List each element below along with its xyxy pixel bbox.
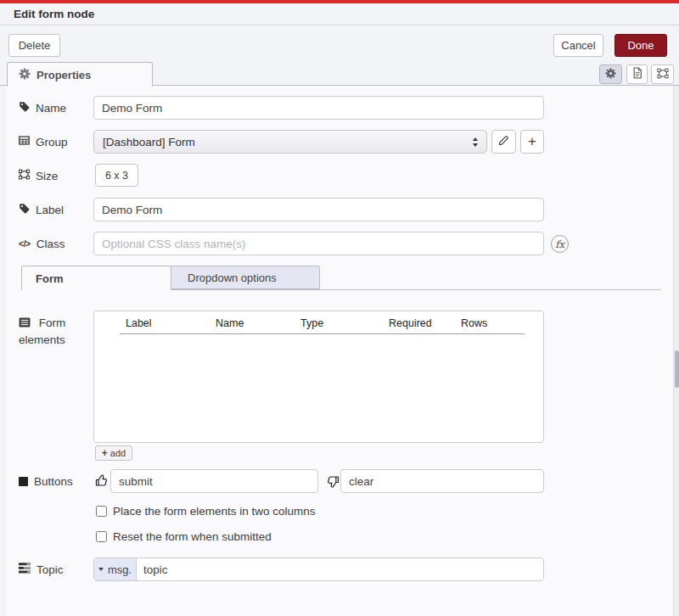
gear-icon [605,67,616,82]
form-elements-list[interactable]: Label Name Type Required Rows [93,311,544,443]
object-group-icon [19,169,30,182]
edit-group-button[interactable] [491,130,516,154]
name-field-label: Name [19,96,66,120]
topic-typed-input: msg. [93,557,544,581]
plus-icon: + [102,448,108,458]
description-tab-button[interactable] [626,64,648,84]
header-rule [120,333,525,334]
select-arrows-icon [473,137,478,147]
column-header-rows: Rows [461,317,487,329]
square-icon [19,477,28,486]
tab-form[interactable]: Form [21,266,171,290]
tasks-icon [19,563,31,576]
editor-tab-bar: Properties [0,60,679,86]
properties-tab-button[interactable] [599,64,622,84]
scrollbar-thumb[interactable] [675,350,679,388]
expression-fx-button[interactable]: fx [551,235,569,253]
appearance-tab-button[interactable] [651,64,674,84]
group-select-value: [Dashboard] Form [103,136,473,148]
caret-down-icon [98,568,104,571]
class-input[interactable] [93,232,544,255]
tab-properties-label: Properties [36,69,91,81]
group-field-label: Group [19,130,68,154]
plus-icon: + [528,133,536,150]
done-button[interactable]: Done [614,34,667,57]
column-header-label: Label [126,317,152,329]
tab-properties[interactable]: Properties [7,62,153,87]
topic-value-input[interactable] [137,558,543,580]
form-elements-label: Form elements [19,315,85,348]
gear-icon [19,68,31,82]
column-header-required: Required [389,317,432,329]
scrollbar-track[interactable] [673,86,679,616]
delete-button[interactable]: Delete [8,34,60,57]
group-select[interactable]: [Dashboard] Form [93,130,487,154]
object-group-icon [657,67,669,82]
topic-field-label: Topic [19,557,64,581]
column-header-type: Type [300,317,323,329]
topic-type-label: msg. [108,563,132,576]
properties-panel: Name Group [Dashboard] Form + Size 6 x 3… [6,86,673,616]
size-button[interactable]: 6 x 3 [95,164,138,187]
two-columns-checkbox[interactable] [96,506,107,517]
tag-icon [19,101,30,115]
name-input[interactable] [93,96,544,120]
reset-form-option: Reset the form when submitted [96,530,272,543]
tag-icon [19,203,30,216]
thumbs-down-icon [326,475,340,489]
clear-button-text-input[interactable] [340,469,544,493]
dialog-title: Edit form node [0,3,679,25]
list-alt-icon [19,317,34,330]
two-columns-option: Place the form elements in two columns [96,505,316,518]
label-input[interactable] [93,198,544,221]
add-group-button[interactable]: + [520,130,544,154]
document-icon [632,67,643,82]
add-element-button[interactable]: + add [95,445,132,461]
table-icon [19,135,30,148]
submit-button-text-input[interactable] [110,469,318,493]
thumbs-up-icon [95,473,109,487]
topic-type-selector[interactable]: msg. [94,558,137,580]
buttons-field-label: Buttons [19,469,73,493]
reset-form-label: Reset the form when submitted [113,530,272,543]
column-header-name: Name [216,317,244,329]
class-field-label: </> Class [19,232,65,255]
label-field-label: Label [19,198,64,221]
two-columns-label: Place the form elements in two columns [113,505,316,518]
dialog-toolbar: Delete Cancel Done [0,26,679,61]
cancel-button[interactable]: Cancel [553,34,603,57]
reset-form-checkbox[interactable] [96,531,107,542]
code-icon: </> [19,238,31,249]
pencil-icon [498,134,509,149]
tab-dropdown-options[interactable]: Dropdown options [171,266,320,289]
size-field-label: Size [19,164,58,188]
